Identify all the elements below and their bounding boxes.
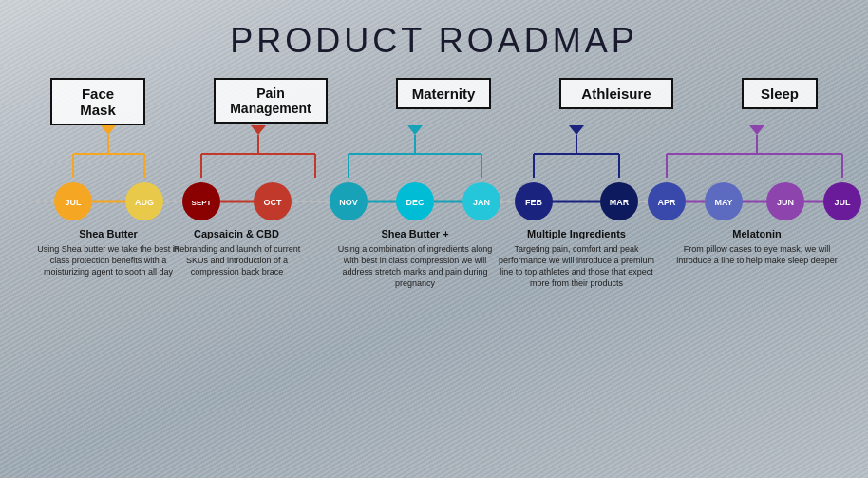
product-box-face-mask: Face Mask: [50, 78, 145, 125]
product-box-maternity: Maternity: [396, 78, 491, 109]
product-box-athleisure: Athleisure: [559, 78, 673, 109]
pain-mgmt-arrow: [251, 125, 266, 135]
desc-text-pain: Rebranding and launch of current SKUs an…: [173, 243, 301, 329]
desc-text-sleep: From pillow cases to eye mask, we will i…: [671, 243, 842, 329]
desc-title-pain: Capsaicin & CBD: [194, 228, 279, 239]
desc-text-mat: Using a combination of ingredients along…: [337, 243, 493, 335]
label-feb: FEB: [525, 198, 543, 207]
label-nov: NOV: [339, 198, 358, 207]
product-box-sleep: Sleep: [742, 78, 818, 109]
roadmap-area: Face Mask PainManagement Maternity Athle…: [7, 70, 861, 478]
label-oct: OCT: [264, 198, 283, 207]
face-mask-arrow: [101, 125, 116, 135]
label-apr: APR: [657, 198, 676, 207]
label-jan: JAN: [473, 198, 490, 207]
label-dec: DEC: [406, 198, 425, 207]
main-container: PRODUCT ROADMAP Face Mask PainManagement…: [0, 0, 868, 478]
label-aug: AUG: [135, 198, 154, 207]
label-jul: JUL: [65, 198, 82, 207]
desc-text-ath: Targeting pain, comfort and peak perform…: [491, 243, 662, 335]
maternity-arrow: [407, 125, 423, 135]
desc-title-mat: Shea Butter +: [381, 228, 448, 239]
product-box-pain-management: PainManagement: [214, 78, 328, 124]
label-jun: JUN: [777, 198, 794, 207]
label-sept: SEPT: [192, 199, 212, 207]
label-jul2: JUL: [834, 198, 851, 207]
label-may: MAY: [714, 198, 732, 207]
roadmap-svg: JUL AUG SEPT OCT NOV DEC JAN FEB: [7, 125, 861, 335]
desc-title-sleep: Melatonin: [732, 228, 782, 239]
sleep-arrow: [749, 125, 764, 135]
desc-title-face-mask: Shea Butter: [79, 228, 138, 239]
desc-text-face-mask: Using Shea butter we take the best in cl…: [28, 243, 189, 319]
product-boxes-row: Face Mask PainManagement Maternity Athle…: [7, 78, 861, 125]
page-title: PRODUCT ROADMAP: [230, 21, 637, 61]
athleisure-arrow: [569, 125, 584, 135]
desc-title-ath: Multiple Ingredients: [527, 228, 626, 239]
label-mar: MAR: [610, 198, 630, 207]
